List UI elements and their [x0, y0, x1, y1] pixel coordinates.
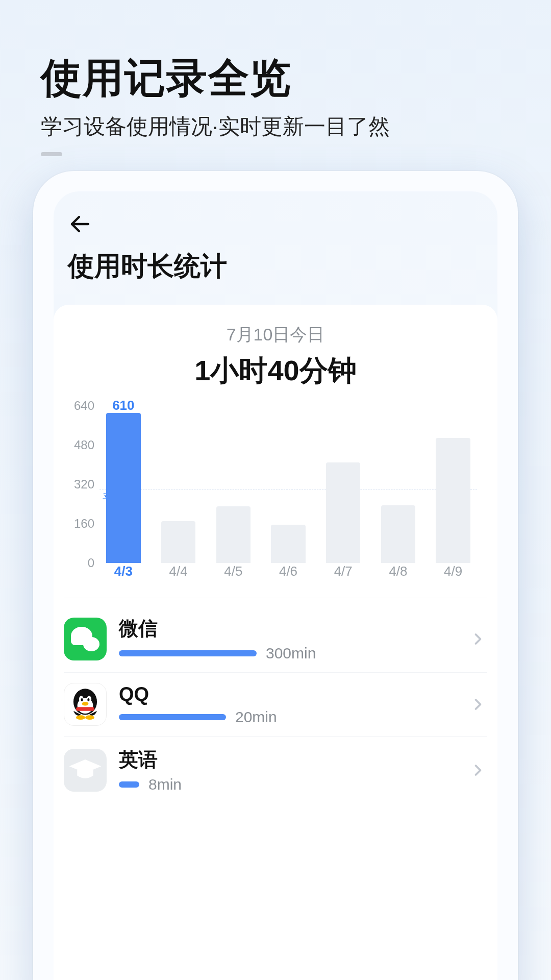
- row-chevron: [469, 695, 487, 714]
- usage-bar-chart[interactable]: 0160320480640平均6104/34/44/54/64/74/84/9: [64, 406, 487, 579]
- chart-bar[interactable]: [155, 406, 203, 563]
- stats-card: 7月10日今日 1小时40分钟 0160320480640平均6104/34/4…: [54, 305, 497, 980]
- row-chevron: [469, 630, 487, 648]
- x-axis-tick[interactable]: 4/5: [209, 564, 257, 579]
- y-axis-tick: 160: [64, 517, 94, 531]
- chart-bar[interactable]: [429, 406, 477, 563]
- app-usage-list: 微信300minQQ20min英语8min: [64, 605, 487, 803]
- chart-bar[interactable]: [319, 406, 367, 563]
- promo-subtitle: 学习设备使用情况·实时更新一目了然: [41, 112, 510, 141]
- chevron-right-icon: [469, 630, 487, 648]
- svg-point-6: [87, 698, 89, 701]
- app-usage-minutes: 20min: [235, 708, 277, 726]
- study-app-icon: [64, 749, 107, 792]
- back-button[interactable]: [68, 212, 92, 236]
- chart-bar[interactable]: [264, 406, 312, 563]
- chart-bar[interactable]: [374, 406, 422, 563]
- app-usage-minutes: 300min: [266, 645, 316, 662]
- x-axis-tick[interactable]: 4/3: [99, 564, 147, 579]
- svg-rect-10: [76, 707, 94, 711]
- x-axis-tick[interactable]: 4/6: [264, 564, 312, 579]
- chart-bar-value-label: 610: [112, 398, 134, 413]
- arrow-left-icon: [68, 212, 92, 236]
- svg-point-8: [76, 715, 85, 720]
- qq-icon: [64, 683, 106, 725]
- x-axis-tick[interactable]: 4/9: [429, 564, 477, 579]
- graduation-cap-icon: [64, 749, 107, 792]
- svg-point-5: [81, 698, 83, 701]
- card-total-duration: 1小时40分钟: [64, 352, 487, 390]
- app-usage-bar: [119, 781, 139, 788]
- decorative-dash: [41, 152, 62, 156]
- y-axis-tick: 640: [64, 399, 94, 413]
- app-usage-row[interactable]: 英语8min: [64, 736, 487, 803]
- app-usage-bar: [119, 714, 226, 720]
- app-usage-minutes: 8min: [148, 776, 182, 793]
- chart-bar[interactable]: 610: [99, 406, 147, 563]
- divider: [64, 598, 487, 598]
- app-usage-row[interactable]: QQ20min: [64, 672, 487, 736]
- app-name-label: 微信: [119, 616, 457, 642]
- x-axis-tick[interactable]: 4/4: [155, 564, 203, 579]
- chart-bar[interactable]: [209, 406, 257, 563]
- qq-app-icon: [64, 683, 107, 726]
- wechat-app-icon: [64, 618, 107, 660]
- y-axis-tick: 0: [64, 556, 94, 570]
- card-date-label: 7月10日今日: [64, 323, 487, 347]
- x-axis-tick[interactable]: 4/7: [319, 564, 367, 579]
- app-usage-bar: [119, 650, 257, 656]
- chevron-right-icon: [469, 761, 487, 779]
- svg-point-9: [85, 715, 94, 720]
- row-chevron: [469, 761, 487, 779]
- y-axis-tick: 320: [64, 477, 94, 492]
- page-title: 使用时长统计: [54, 236, 497, 305]
- promo-title: 使用记录全览: [41, 51, 510, 106]
- app-usage-row[interactable]: 微信300min: [64, 605, 487, 672]
- app-name-label: QQ: [119, 683, 457, 705]
- y-axis-tick: 480: [64, 438, 94, 452]
- svg-point-7: [82, 702, 89, 706]
- app-name-label: 英语: [119, 747, 457, 773]
- device-frame: 使用时长统计 7月10日今日 1小时40分钟 0160320480640平均61…: [33, 171, 518, 980]
- chevron-right-icon: [469, 695, 487, 714]
- x-axis-tick[interactable]: 4/8: [374, 564, 422, 579]
